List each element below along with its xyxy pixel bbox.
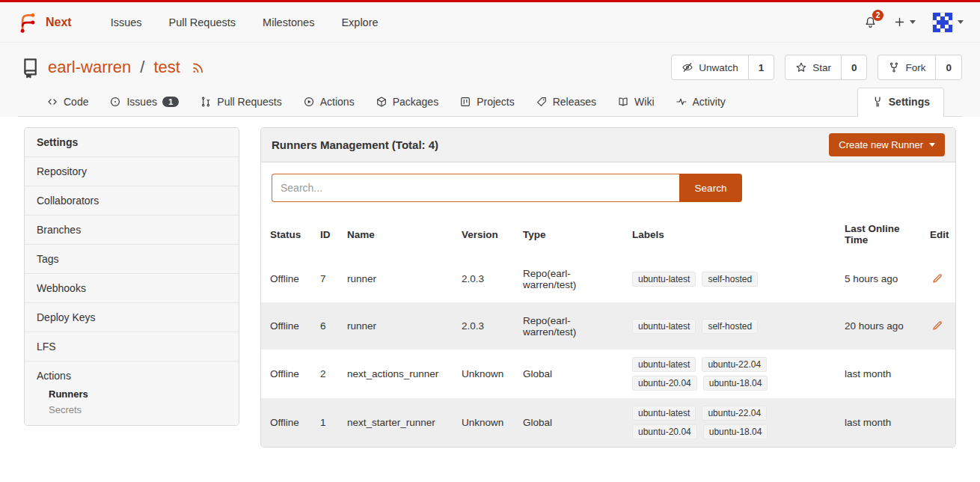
runner-id: 6 — [311, 302, 338, 350]
sidebar-item-webhooks[interactable]: Webhooks — [25, 274, 239, 303]
runner-status: Offline — [261, 302, 311, 350]
tab-activity[interactable]: Activity — [665, 89, 736, 116]
star-button[interactable]: Star — [785, 55, 841, 79]
nav-milestones[interactable]: Milestones — [249, 16, 328, 28]
tab-packages[interactable]: Packages — [365, 89, 449, 116]
rss-icon[interactable] — [191, 61, 205, 75]
forks-count[interactable]: 0 — [935, 55, 961, 79]
sidebar-group-actions: Actions Runners Secrets — [25, 362, 239, 425]
search-button[interactable]: Search — [679, 174, 742, 202]
runner-version: 2.0.3 — [453, 302, 514, 350]
tab-releases[interactable]: Releases — [525, 89, 607, 116]
sidebar-item-deploy-keys[interactable]: Deploy Keys — [25, 303, 239, 332]
user-menu-dropdown[interactable] — [932, 12, 964, 33]
avatar — [932, 12, 953, 33]
tab-settings[interactable]: Settings — [857, 88, 944, 117]
book-icon — [617, 96, 629, 108]
issues-count-badge: 1 — [162, 97, 179, 107]
runner-label-chip: ubuntu-20.04 — [632, 424, 697, 439]
runner-last-online: 20 hours ago — [836, 302, 921, 350]
settings-sidebar: Settings Repository Collaborators Branch… — [24, 127, 239, 426]
runner-id: 7 — [311, 255, 338, 302]
search-input[interactable] — [272, 174, 679, 202]
star-label: Star — [812, 62, 831, 73]
runner-last-online: 5 hours ago — [836, 255, 921, 302]
fork-button[interactable]: Fork — [878, 55, 935, 79]
pencil-icon — [931, 272, 943, 284]
sidebar-item-branches[interactable]: Branches — [25, 216, 239, 245]
col-status: Status — [261, 213, 311, 255]
sidebar-item-lfs[interactable]: LFS — [25, 332, 239, 362]
col-edit: Edit — [921, 213, 955, 255]
runner-label-chip: ubuntu-22.04 — [702, 406, 767, 421]
sidebar-item-actions[interactable]: Actions — [25, 362, 239, 386]
sidebar-header: Settings — [25, 128, 239, 157]
sidebar-subitem-secrets[interactable]: Secrets — [25, 402, 239, 418]
forgejo-logo-link[interactable]: Next — [16, 11, 72, 34]
create-new-runner-button[interactable]: Create new Runner — [829, 133, 945, 156]
edit-runner-button[interactable] — [930, 318, 945, 333]
notifications-button[interactable]: 2 — [863, 15, 878, 29]
runner-label-chip: ubuntu-latest — [632, 272, 696, 287]
nav-pull-requests[interactable]: Pull Requests — [156, 16, 249, 28]
runner-version: Unknown — [453, 398, 514, 447]
fork-icon — [888, 61, 900, 73]
stars-count[interactable]: 0 — [841, 55, 867, 79]
play-circle-icon — [303, 96, 315, 108]
runner-label-chip: ubuntu-18.04 — [703, 424, 768, 439]
runner-version: 2.0.3 — [453, 255, 514, 302]
runner-id: 2 — [311, 350, 338, 398]
tab-projects[interactable]: Projects — [449, 89, 525, 116]
runner-label-chip: ubuntu-22.04 — [702, 357, 767, 372]
chevron-down-icon — [910, 20, 916, 24]
plus-icon — [894, 16, 905, 28]
runner-name: runner — [338, 255, 453, 302]
star-icon — [795, 61, 807, 73]
repo-header: earl-warren / test — [0, 43, 980, 117]
sidebar-item-collaborators[interactable]: Collaborators — [25, 186, 239, 216]
sidebar-item-tags[interactable]: Tags — [25, 245, 239, 274]
edit-runner-button[interactable] — [930, 271, 945, 286]
main-navbar: Next Issues Pull Requests Milestones Exp… — [0, 2, 980, 43]
runner-label-chip: ubuntu-latest — [632, 357, 696, 372]
runner-version: Unknown — [453, 350, 514, 398]
col-name: Name — [338, 213, 453, 255]
col-id: ID — [311, 213, 338, 255]
runner-search-form: Search — [261, 162, 955, 213]
nav-explore[interactable]: Explore — [328, 16, 391, 28]
panel-title: Runners Management (Total: 4) — [272, 138, 438, 151]
runner-name: next_actions_runner — [338, 350, 453, 398]
runner-name: next_starter_runner — [338, 398, 453, 447]
runner-row: Offline 1 next_starter_runner Unknown Gl… — [261, 398, 955, 447]
repo-owner-link[interactable]: earl-warren — [48, 58, 131, 77]
runner-status: Offline — [261, 255, 311, 302]
package-icon — [376, 96, 388, 108]
nav-issues[interactable]: Issues — [97, 16, 156, 28]
repo-name-link[interactable]: test — [153, 58, 180, 77]
runner-type: Global — [514, 398, 623, 447]
code-icon — [46, 96, 58, 108]
create-new-dropdown[interactable] — [894, 16, 916, 28]
col-labels: Labels — [623, 213, 836, 255]
fork-button-group: Fork 0 — [878, 55, 962, 80]
pencil-icon — [931, 320, 943, 332]
runner-status: Offline — [261, 398, 311, 447]
watch-button-group: Unwatch 1 — [671, 55, 774, 80]
project-board-icon — [459, 96, 471, 108]
fork-label: Fork — [905, 62, 925, 73]
watchers-count[interactable]: 1 — [748, 55, 774, 79]
tab-issues[interactable]: Issues 1 — [99, 89, 189, 116]
unwatch-button[interactable]: Unwatch — [672, 55, 748, 79]
tab-pull-requests[interactable]: Pull Requests — [189, 89, 292, 116]
tab-wiki[interactable]: Wiki — [607, 89, 664, 116]
runner-label-chip: ubuntu-latest — [632, 319, 696, 334]
sidebar-subitem-runners[interactable]: Runners — [25, 386, 239, 402]
runner-label-chip: ubuntu-latest — [632, 406, 696, 421]
sidebar-item-repository[interactable]: Repository — [25, 157, 239, 186]
tools-icon — [872, 96, 883, 108]
tab-code[interactable]: Code — [36, 89, 99, 116]
repo-icon — [18, 56, 40, 79]
runner-row: Offline 6 runner 2.0.3 Repo(earl-warren/… — [261, 302, 955, 350]
col-type: Type — [514, 213, 623, 255]
tab-actions[interactable]: Actions — [293, 89, 365, 116]
